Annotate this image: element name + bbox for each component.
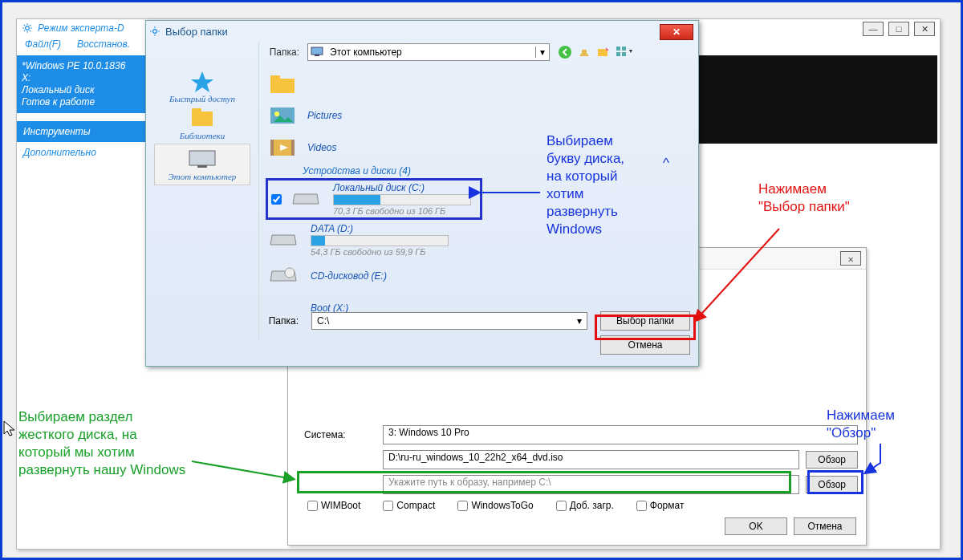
- folder-label: Папка:: [235, 47, 299, 58]
- folder-picker-close-button[interactable]: ✕: [660, 24, 693, 40]
- folder-icon: [269, 72, 298, 95]
- menu-file[interactable]: Файл(F): [25, 39, 61, 55]
- place-this-pc[interactable]: Этот компьютер: [154, 144, 250, 185]
- this-pc-icon: [186, 148, 218, 170]
- folder-item-videos[interactable]: Videos: [266, 132, 692, 164]
- path-input[interactable]: C:\▾: [311, 312, 587, 330]
- tab-advanced[interactable]: Дополнительно: [17, 142, 145, 163]
- iso-path-input[interactable]: D:\ru-ru_windows_10_22h2_x64_dvd.iso: [383, 450, 799, 469]
- system-label: Система:: [296, 429, 376, 440]
- svg-line-24: [696, 229, 779, 320]
- svg-rect-15: [270, 79, 295, 93]
- window-buttons: — □ ✕: [863, 22, 935, 36]
- svg-rect-13: [616, 52, 620, 56]
- highlight-select-folder: [595, 314, 696, 340]
- view-menu-icon[interactable]: [616, 45, 633, 59]
- gear-icon: [22, 22, 33, 34]
- svg-rect-3: [192, 112, 213, 126]
- minimize-button[interactable]: —: [863, 22, 884, 36]
- check-format[interactable]: Формат: [636, 500, 685, 511]
- expert-info: *Windows PE 10.0.1836 X: Локальный диск …: [17, 55, 145, 113]
- cd-drive-icon: [269, 265, 298, 287]
- drive-icon: [291, 188, 320, 210]
- svg-point-18: [274, 112, 279, 116]
- highlight-browse-target: [807, 470, 863, 494]
- svg-point-0: [26, 26, 30, 30]
- annotation-choose-drive: Выбираем букву диска, на который хотим р…: [547, 132, 624, 238]
- new-folder-icon[interactable]: [596, 45, 611, 59]
- libraries-icon: [189, 107, 216, 129]
- svg-rect-14: [622, 52, 626, 56]
- path-label: Папка:: [250, 315, 299, 327]
- annotation-choose-partition: Выбираем раздел жесткого диска, на котор…: [18, 408, 185, 479]
- svg-rect-20: [270, 140, 274, 156]
- folder-picker-title: Выбор папки: [146, 21, 698, 42]
- dialog-close-button[interactable]: ⨉: [840, 251, 861, 266]
- check-compact[interactable]: Compact: [383, 500, 435, 511]
- gear-icon: [149, 26, 160, 37]
- tab-tools[interactable]: Инструменты: [17, 121, 145, 142]
- maximize-button[interactable]: □: [888, 22, 909, 36]
- svg-rect-8: [315, 55, 319, 56]
- arrow-to-select-button: [691, 225, 787, 330]
- up-icon[interactable]: [577, 45, 591, 59]
- svg-point-9: [559, 46, 571, 59]
- svg-rect-7: [311, 47, 323, 55]
- check-wimboot[interactable]: WIMBoot: [307, 500, 360, 511]
- places-bar: Быстрый доступ Библиотеки Этот компьютер: [146, 42, 259, 339]
- highlight-target-input: [297, 471, 791, 493]
- cancel-button[interactable]: Отмена: [794, 517, 856, 535]
- cursor-icon: [2, 420, 17, 437]
- place-quick-access[interactable]: Быстрый доступ: [169, 70, 235, 103]
- check-windowstogo[interactable]: WindowsToGo: [457, 500, 533, 511]
- drives-section-label: Устройства и диски (4): [303, 165, 692, 177]
- check-addboot[interactable]: Доб. загр.: [556, 500, 614, 511]
- arrow-to-browse: [859, 442, 892, 478]
- svg-point-1: [153, 30, 157, 34]
- drive-c-checkbox[interactable]: [271, 194, 282, 205]
- arrow-to-drive: [472, 183, 544, 207]
- svg-line-25: [192, 461, 293, 479]
- svg-rect-6: [197, 165, 207, 168]
- place-libraries[interactable]: Библиотеки: [180, 107, 226, 140]
- svg-rect-21: [291, 140, 295, 156]
- menu-restore[interactable]: Восстанов.: [77, 39, 130, 55]
- this-pc-icon: [311, 47, 325, 58]
- system-select[interactable]: 3: Windows 10 Pro: [383, 425, 858, 444]
- chevron-down-icon[interactable]: ▾: [535, 47, 549, 58]
- drive-e[interactable]: CD-дисковод (E:): [266, 260, 692, 292]
- svg-rect-5: [189, 151, 215, 165]
- drive-c[interactable]: Локальный диск (C:)70,3 ГБ свободно из 1…: [266, 178, 482, 220]
- deploy-options: WIMBoot Compact WindowsToGo Доб. загр. Ф…: [296, 500, 858, 511]
- svg-rect-16: [270, 75, 280, 80]
- annotation-press-select: Нажимаем "Выбор папки": [758, 181, 850, 216]
- svg-rect-4: [192, 108, 201, 113]
- svg-rect-11: [616, 47, 620, 51]
- folder-item-pictures[interactable]: Pictures: [266, 99, 692, 132]
- svg-marker-2: [191, 71, 213, 92]
- ok-button[interactable]: OK: [725, 517, 787, 535]
- videos-icon: [269, 136, 298, 159]
- chevron-down-icon[interactable]: ▾: [577, 315, 582, 327]
- quick-access-icon: [189, 70, 216, 92]
- folder-combo[interactable]: Этот компьютер▾: [307, 43, 550, 61]
- svg-rect-12: [622, 47, 626, 51]
- back-icon[interactable]: [558, 45, 572, 59]
- arrow-to-target-input: [189, 457, 301, 489]
- annotation-caret: ^: [663, 155, 669, 172]
- close-button[interactable]: ✕: [914, 22, 935, 36]
- browse-iso-button[interactable]: Обзор: [806, 451, 858, 469]
- annotation-press-browse: Нажимаем "Обзор": [827, 407, 895, 442]
- folder-item[interactable]: [266, 67, 692, 99]
- svg-point-22: [285, 268, 295, 278]
- drive-d[interactable]: DATA (D:)54,3 ГБ свободно из 59,9 ГБ: [266, 220, 692, 260]
- drive-icon: [269, 229, 298, 251]
- pictures-icon: [269, 104, 298, 127]
